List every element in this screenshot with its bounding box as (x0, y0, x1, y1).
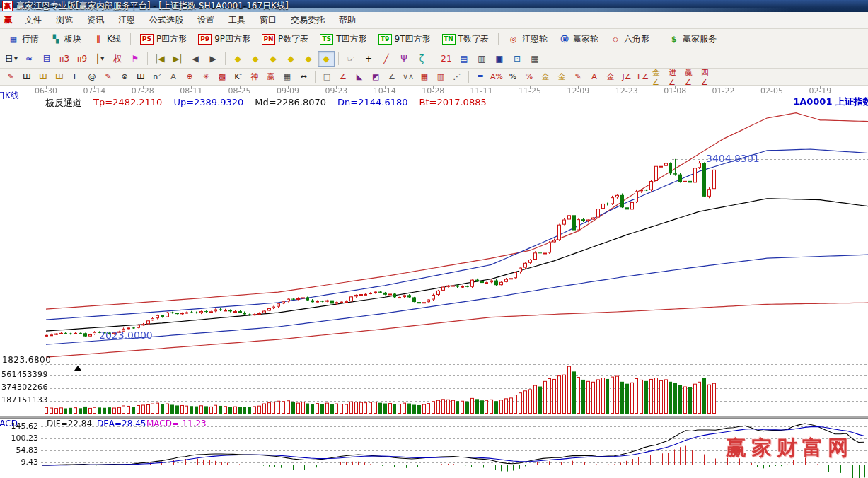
gold-circle-icon[interactable]: 金 (538, 70, 553, 84)
kline-button[interactable]: ∥K线 (88, 31, 126, 47)
gann-circle-icon[interactable]: ⊕ (182, 70, 197, 84)
rights-adjust-icon[interactable]: 权 (109, 51, 126, 67)
menu-item-帮助[interactable]: 帮助 (332, 13, 363, 27)
candle-style-button[interactable]: ⎮▼ (91, 51, 108, 67)
ping-a-icon[interactable]: A (586, 70, 602, 84)
span-arrow-icon[interactable]: ↔ (296, 70, 311, 84)
percent-line-icon[interactable]: % (521, 70, 537, 84)
toolbar-button-label: 9T四方形 (395, 33, 431, 45)
quote-grid-button[interactable]: ▦行情 (3, 31, 44, 47)
quote-grid-icon: ▦ (8, 34, 19, 45)
j-angle-icon[interactable]: J∠ (619, 70, 635, 84)
draw-knife-icon[interactable]: ✎ (3, 70, 18, 84)
p-number-table-button[interactable]: PNP数字表 (257, 31, 313, 47)
parallel-lines-icon[interactable]: ⋰ (449, 70, 465, 84)
diamond-left-icon[interactable]: ◆ (229, 51, 246, 67)
diamond-cross-icon[interactable]: ◆ (247, 51, 264, 67)
k-quote-icon[interactable]: K″ (231, 70, 246, 84)
calculator-icon[interactable]: ▤ (456, 51, 473, 67)
knife2-icon[interactable]: ✎ (570, 70, 586, 84)
wave-9-icon[interactable]: ıı9 (74, 51, 91, 67)
percent-icon[interactable]: % (505, 70, 521, 84)
diamond-expand-icon[interactable]: ◆ (318, 51, 335, 67)
gann-box-icon[interactable]: ▩ (214, 70, 230, 84)
cloud-tool-icon[interactable]: ζ (413, 51, 430, 67)
gann-comb-gold2-icon[interactable]: Ш (52, 70, 67, 84)
f-angle-icon[interactable]: F∠ (635, 70, 651, 84)
menu-item-交易委托[interactable]: 交易委托 (284, 13, 332, 27)
grid-fan-icon[interactable]: ◩ (368, 70, 383, 84)
n-square-comb-icon[interactable]: n² (149, 70, 165, 84)
list-angle-icon[interactable]: ≡ (473, 70, 488, 84)
print-icon[interactable]: ▦ (526, 51, 543, 67)
si-angle-icon[interactable]: 四∠ (700, 70, 716, 84)
calendar-icon[interactable]: 21 (438, 51, 455, 67)
nine-t-square-button[interactable]: T99T四方形 (374, 31, 436, 47)
diamond-up-icon[interactable]: ◆ (300, 51, 317, 67)
numbered-grid-icon[interactable]: ▦ (279, 70, 295, 84)
sector-blocks-button[interactable]: ▚板块 (45, 31, 86, 47)
ying-comb-icon[interactable]: 赢 (263, 70, 279, 84)
gann-fan-icon[interactable]: ∠ (335, 70, 351, 84)
toolbar-button-label: T四方形 (336, 33, 366, 45)
menu-item-资讯[interactable]: 资讯 (80, 13, 111, 27)
gold-underline-icon[interactable]: 金 (603, 70, 618, 84)
menu-item-浏览[interactable]: 浏览 (49, 13, 80, 27)
comb-plain-icon[interactable]: Ш (133, 70, 149, 84)
winner-service-button[interactable]: $赢家服务 (664, 31, 722, 47)
ying-angle-icon[interactable]: 赢∠ (684, 70, 700, 84)
wave-3-icon[interactable]: ıı3 (56, 51, 73, 67)
jin-angle-icon[interactable]: 进∠ (668, 70, 683, 84)
gann-comb-icon[interactable]: Ш (19, 70, 35, 84)
gann-star-icon[interactable]: ✳ (198, 70, 214, 84)
info-note-icon[interactable]: 目 (38, 51, 55, 67)
gann-spiral-icon[interactable]: @ (84, 70, 100, 84)
menu-item-江恩[interactable]: 江恩 (111, 13, 142, 27)
save-icon[interactable]: ▣ (491, 51, 508, 67)
gold-angle-icon[interactable]: 金∠ (652, 70, 667, 84)
box-fan-icon[interactable]: ◣ (352, 70, 367, 84)
curve-overlay-icon[interactable]: ≈ (21, 51, 37, 67)
menu-item-设置[interactable]: 设置 (190, 13, 221, 27)
hand-tool-icon[interactable]: ☞ (342, 51, 359, 67)
zigzag-check-icon[interactable]: ∨∧ (400, 70, 416, 84)
gann-comb-gold-icon[interactable]: Ш (35, 70, 51, 84)
tangent-tool-icon[interactable]: ╱ (378, 51, 395, 67)
grid-plus-icon[interactable]: □ (319, 70, 335, 84)
angle-a-icon[interactable]: A (166, 70, 181, 84)
indicator-flag-icon[interactable]: ⚑ (127, 51, 144, 67)
hexagon-button[interactable]: ◇六角形 (605, 31, 654, 47)
menu-item-窗口[interactable]: 窗口 (253, 13, 284, 27)
next-page-icon[interactable]: ▶ (204, 51, 221, 67)
last-page-icon[interactable]: ▶| (169, 51, 186, 67)
t-number-table-button[interactable]: TNT数字表 (437, 31, 494, 47)
gann-wheel-button[interactable]: ◎江恩轮 (503, 31, 552, 47)
diamond-down-icon[interactable]: ◆ (282, 51, 299, 67)
p-square-button[interactable]: PSP四方形 (135, 31, 192, 47)
prev-page-icon[interactable]: ◀ (187, 51, 204, 67)
circle-comb-icon[interactable]: ⊗ (117, 70, 132, 84)
toolbar-separator (130, 33, 131, 45)
gold-lines-icon[interactable]: 金 (554, 70, 569, 84)
menu-item-公式选股[interactable]: 公式选股 (142, 13, 190, 27)
menu-item-工具[interactable]: 工具 (221, 13, 253, 27)
winner-wheel-button[interactable]: Ⓑ赢家轮 (554, 31, 603, 47)
notes-icon[interactable]: ▥ (473, 51, 490, 67)
red-grid-icon[interactable]: ▦ (417, 70, 432, 84)
red-grid2-icon[interactable]: ▥ (433, 70, 449, 84)
t-square-button[interactable]: TST四方形 (315, 31, 371, 47)
draw-pencil2-icon[interactable]: ✎ (100, 70, 116, 84)
menu-item-文件[interactable]: 文件 (18, 13, 49, 27)
network-pc-icon[interactable]: ⊡ (509, 51, 526, 67)
crosshair-icon[interactable]: + (360, 51, 377, 67)
percent-a-icon[interactable]: A% (489, 70, 504, 84)
nine-p-square-button[interactable]: P99P四方形 (193, 31, 255, 47)
purple-tool-icon[interactable]: Ψ (395, 51, 412, 67)
diamond-hmove-icon[interactable]: ◆ (265, 51, 282, 67)
first-page-icon[interactable]: |◀ (151, 51, 168, 67)
gann-comb-f-icon[interactable]: F (68, 70, 83, 84)
shen-comb-icon[interactable]: 神 (247, 70, 262, 84)
angle-lines-icon[interactable]: ∠ (384, 70, 400, 84)
period-day-button[interactable]: 日▼ (3, 51, 20, 67)
toolbar-button-label: 9P四方形 (214, 33, 250, 45)
